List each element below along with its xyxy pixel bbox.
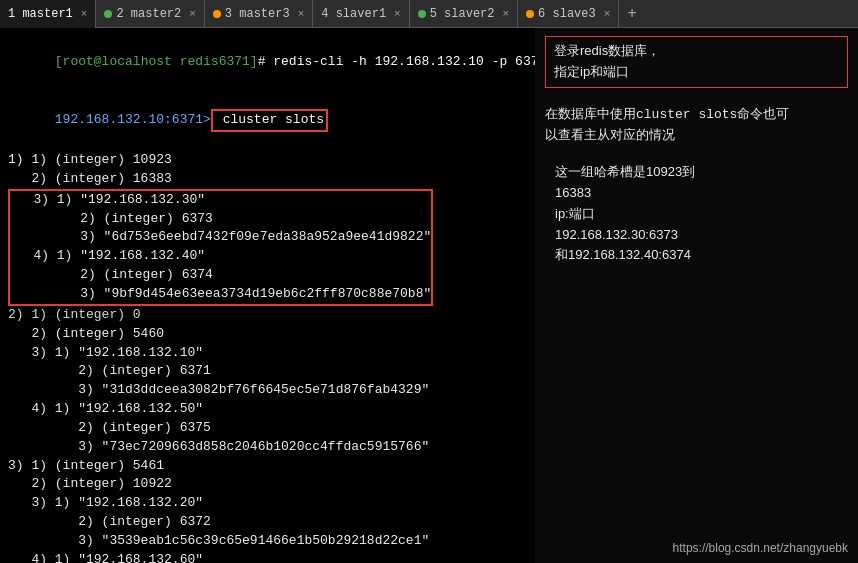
tab2-dot bbox=[104, 10, 112, 18]
out-2-3b: 2) (integer) 6371 bbox=[8, 362, 527, 381]
watermark: https://blog.csdn.net/zhangyuebk bbox=[673, 541, 848, 555]
annotation-note3: 这一组哈希槽是10923到 16383 ip:端口 192.168.132.30… bbox=[545, 162, 848, 266]
out-1-4c: 3) "9bf9d454e63eea3734d19eb6c2fff870c88e… bbox=[10, 285, 431, 304]
out-1-2: 2) (integer) 16383 bbox=[8, 170, 527, 189]
out-2-1: 2) 1) (integer) 0 bbox=[8, 306, 527, 325]
tab4-close[interactable]: × bbox=[394, 8, 401, 20]
tab-master2[interactable]: 2 master2 × bbox=[96, 0, 204, 28]
out-3-2: 2) (integer) 10922 bbox=[8, 475, 527, 494]
tab1-close[interactable]: × bbox=[81, 8, 88, 20]
out-3-4a: 4) 1) "192.168.132.60" bbox=[8, 551, 527, 563]
note3-line4: 和192.168.132.40:6374 bbox=[555, 245, 848, 266]
note3-line3: 192.168.132.30:6373 bbox=[555, 225, 848, 246]
tab-slaver1[interactable]: 4 slaver1 × bbox=[313, 0, 409, 28]
output-group-1: 1) 1) (integer) 10923 2) (integer) 16383… bbox=[8, 151, 527, 306]
prompt-user: [root@localhost redis6371] bbox=[55, 54, 258, 69]
prompt-line-1: [root@localhost redis6371]# redis-cli -h… bbox=[8, 34, 527, 91]
out-2-2: 2) (integer) 5460 bbox=[8, 325, 527, 344]
command-highlight: cluster slots bbox=[211, 109, 328, 132]
tab-slave3[interactable]: 6 slave3 × bbox=[518, 0, 619, 28]
tab3-dot bbox=[213, 10, 221, 18]
terminal-panel: [root@localhost redis6371]# redis-cli -h… bbox=[0, 28, 535, 563]
tab-slaver2[interactable]: 5 slaver2 × bbox=[410, 0, 518, 28]
tab4-label: 4 slaver1 bbox=[321, 7, 386, 21]
output-group-2: 2) 1) (integer) 0 2) (integer) 5460 3) 1… bbox=[8, 306, 527, 457]
prompt-hash: # redis-cli -h 192.168.132.10 -p 6371 -c bbox=[258, 54, 535, 69]
out-3-3a: 3) 1) "192.168.132.20" bbox=[8, 494, 527, 513]
tab6-label: 6 slave3 bbox=[538, 7, 596, 21]
tab5-label: 5 slaver2 bbox=[430, 7, 495, 21]
output-group-3: 3) 1) (integer) 5461 2) (integer) 10922 … bbox=[8, 457, 527, 563]
out-3-3b: 2) (integer) 6372 bbox=[8, 513, 527, 532]
tab2-close[interactable]: × bbox=[189, 8, 196, 20]
out-2-4a: 4) 1) "192.168.132.50" bbox=[8, 400, 527, 419]
tab2-label: 2 master2 bbox=[116, 7, 181, 21]
out-2-3a: 3) 1) "192.168.132.10" bbox=[8, 344, 527, 363]
main-area: [root@localhost redis6371]# redis-cli -h… bbox=[0, 28, 858, 563]
annotation-note1: 登录redis数据库，指定ip和端口 bbox=[545, 36, 848, 88]
tab-bar: 1 master1 × 2 master2 × 3 master3 × 4 sl… bbox=[0, 0, 858, 28]
tab6-dot bbox=[526, 10, 534, 18]
note3-title: 这一组哈希槽是10923到 bbox=[555, 162, 848, 183]
out-1-1: 1) 1) (integer) 10923 bbox=[8, 151, 527, 170]
prompt-addr: 192.168.132.10:6371> bbox=[55, 112, 211, 127]
tab3-close[interactable]: × bbox=[298, 8, 305, 20]
note3-line1: 16383 bbox=[555, 183, 848, 204]
out-2-4b: 2) (integer) 6375 bbox=[8, 419, 527, 438]
out-2-3c: 3) "31d3ddceea3082bf76f6645ec5e71d876fab… bbox=[8, 381, 527, 400]
tab3-label: 3 master3 bbox=[225, 7, 290, 21]
note2-text: 在数据库中使用cluster slots命令也可以查看主从对应的情况 bbox=[545, 106, 789, 143]
out-1-3a: 3) 1) "192.168.132.30" bbox=[10, 191, 431, 210]
out-1-4b: 2) (integer) 6374 bbox=[10, 266, 431, 285]
tab-master3[interactable]: 3 master3 × bbox=[205, 0, 313, 28]
out-3-3c: 3) "3539eab1c56c39c65e91466e1b50b29218d2… bbox=[8, 532, 527, 551]
tab5-close[interactable]: × bbox=[503, 8, 510, 20]
note1-text: 登录redis数据库，指定ip和端口 bbox=[554, 43, 660, 79]
red-box-1: 3) 1) "192.168.132.30" 2) (integer) 6373… bbox=[8, 189, 433, 306]
prompt-line-2: 192.168.132.10:6371> cluster slots bbox=[8, 91, 527, 152]
note3-line2: ip:端口 bbox=[555, 204, 848, 225]
out-3-1: 3) 1) (integer) 5461 bbox=[8, 457, 527, 476]
annotation-note2: 在数据库中使用cluster slots命令也可以查看主从对应的情况 bbox=[545, 104, 848, 147]
out-1-3b: 2) (integer) 6373 bbox=[10, 210, 431, 229]
add-tab-button[interactable]: + bbox=[619, 0, 645, 28]
tab-master1[interactable]: 1 master1 × bbox=[0, 0, 96, 28]
out-2-4c: 3) "73ec7209663d858c2046b1020cc4ffdac591… bbox=[8, 438, 527, 457]
out-1-3c: 3) "6d753e6eebd7432f09e7eda38a952a9ee41d… bbox=[10, 228, 431, 247]
out-1-4a: 4) 1) "192.168.132.40" bbox=[10, 247, 431, 266]
annotation-panel: 登录redis数据库，指定ip和端口 在数据库中使用cluster slots命… bbox=[535, 28, 858, 563]
tab5-dot bbox=[418, 10, 426, 18]
tab1-label: 1 master1 bbox=[8, 7, 73, 21]
tab6-close[interactable]: × bbox=[604, 8, 611, 20]
